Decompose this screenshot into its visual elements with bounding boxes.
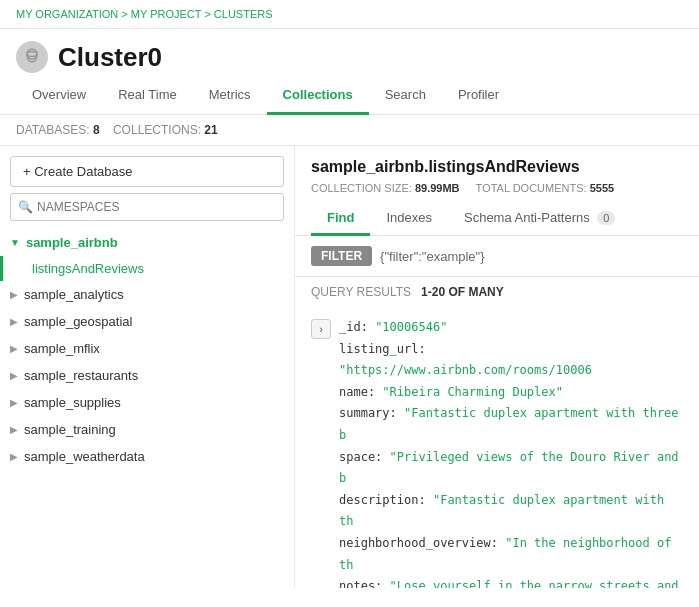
cluster-name: Cluster0 (58, 42, 162, 73)
col-tab-indexes[interactable]: Indexes (370, 202, 448, 236)
content-area: sample_airbnb.listingsAndReviews COLLECT… (295, 146, 699, 588)
breadcrumb-org[interactable]: MY ORGANIZATION (16, 8, 118, 20)
databases-label: DATABASES: (16, 123, 90, 137)
collections-count: 21 (204, 123, 217, 137)
sidebar: + Create Database 🔍 ▼ sample_airbnb list… (0, 146, 295, 588)
db-name-sample-mflix: sample_mflix (24, 341, 100, 356)
chevron-right-icon: ▶ (10, 343, 18, 354)
create-database-button[interactable]: + Create Database (10, 156, 284, 187)
chevron-right-icon: ▶ (10, 451, 18, 462)
collection-item-listingsandreviews[interactable]: listingsAndReviews (0, 256, 294, 281)
sidebar-search-wrap: 🔍 (10, 193, 284, 221)
breadcrumb-sep1: > (121, 8, 130, 20)
collections-label: COLLECTIONS: (113, 123, 201, 137)
breadcrumb: MY ORGANIZATION > MY PROJECT > CLUSTERS (0, 0, 699, 29)
db-item-sample-weatherdata[interactable]: ▶ sample_weatherdata (0, 443, 294, 470)
nav-tabs: Overview Real Time Metrics Collections S… (0, 77, 699, 115)
doc-description-line: description: "Fantastic duplex apartment… (339, 490, 683, 533)
db-item-sample-restaurants[interactable]: ▶ sample_restaurants (0, 362, 294, 389)
tab-realtime[interactable]: Real Time (102, 77, 193, 115)
chevron-right-icon: ▶ (10, 397, 18, 408)
db-item-sample-training[interactable]: ▶ sample_training (0, 416, 294, 443)
collection-docs-label: TOTAL DOCUMENTS: 5555 (476, 182, 615, 194)
doc-summary-line: summary: "Fantastic duplex apartment wit… (339, 403, 683, 446)
db-name-sample-training: sample_training (24, 422, 116, 437)
breadcrumb-project[interactable]: MY PROJECT (131, 8, 202, 20)
tab-overview[interactable]: Overview (16, 77, 102, 115)
collection-size-label: COLLECTION SIZE: 89.99MB (311, 182, 460, 194)
namespaces-search-input[interactable] (10, 193, 284, 221)
cluster-header: Cluster0 (0, 29, 699, 73)
chevron-right-icon: ▶ (10, 289, 18, 300)
filter-input[interactable]: {"filter":"example"} (380, 249, 683, 264)
query-results-label: QUERY RESULTS (311, 285, 411, 299)
chevron-right-icon: ▶ (10, 370, 18, 381)
doc-notes-line: notes: "Lose yourself in the narrow stre… (339, 576, 683, 588)
document-row: › _id: "10006546" listing_url: "https://… (311, 307, 683, 588)
db-item-sample-analytics[interactable]: ▶ sample_analytics (0, 281, 294, 308)
db-name-sample-geospatial: sample_geospatial (24, 314, 132, 329)
chevron-right-icon: ▶ (10, 316, 18, 327)
tab-collections[interactable]: Collections (267, 77, 369, 115)
db-name-sample-analytics: sample_analytics (24, 287, 124, 302)
document-content: _id: "10006546" listing_url: "https://ww… (339, 317, 683, 588)
col-tab-schema[interactable]: Schema Anti-Patterns 0 (448, 202, 631, 236)
doc-name-line: name: "Ribeira Charming Duplex" (339, 382, 683, 404)
query-results-header: QUERY RESULTS 1-20 OF MANY (295, 277, 699, 307)
db-item-sample-mflix[interactable]: ▶ sample_mflix (0, 335, 294, 362)
filter-bar: FILTER {"filter":"example"} (295, 236, 699, 277)
chevron-down-icon: ▼ (10, 237, 20, 248)
db-name-sample-restaurants: sample_restaurants (24, 368, 138, 383)
tab-search[interactable]: Search (369, 77, 442, 115)
collection-tabs: Find Indexes Schema Anti-Patterns 0 (311, 202, 683, 235)
doc-neighborhood-line: neighborhood_overview: "In the neighborh… (339, 533, 683, 576)
breadcrumb-cluster[interactable]: CLUSTERS (214, 8, 273, 20)
stats-bar: DATABASES: 8 COLLECTIONS: 21 (0, 115, 699, 146)
document-area: › _id: "10006546" listing_url: "https://… (295, 307, 699, 588)
doc-listing-url-line: listing_url: "https://www.airbnb.com/roo… (339, 339, 683, 382)
doc-expand-button[interactable]: › (311, 319, 331, 339)
doc-id-line: _id: "10006546" (339, 317, 683, 339)
databases-count: 8 (93, 123, 100, 137)
breadcrumb-sep2: > (204, 8, 213, 20)
db-item-sample-supplies[interactable]: ▶ sample_supplies (0, 389, 294, 416)
main-layout: + Create Database 🔍 ▼ sample_airbnb list… (0, 146, 699, 588)
svg-point-0 (27, 49, 37, 59)
collection-name-listingsandreviews: listingsAndReviews (32, 261, 144, 276)
svg-point-1 (27, 52, 37, 57)
tab-profiler[interactable]: Profiler (442, 77, 515, 115)
db-name-sample-weatherdata: sample_weatherdata (24, 449, 145, 464)
db-item-sample-airbnb[interactable]: ▼ sample_airbnb (0, 229, 294, 256)
collection-meta: COLLECTION SIZE: 89.99MB TOTAL DOCUMENTS… (311, 182, 683, 194)
db-name-sample-supplies: sample_supplies (24, 395, 121, 410)
collection-title: sample_airbnb.listingsAndReviews (311, 158, 683, 176)
cluster-icon (16, 41, 48, 73)
db-item-sample-geospatial[interactable]: ▶ sample_geospatial (0, 308, 294, 335)
db-name-sample-airbnb: sample_airbnb (26, 235, 118, 250)
tab-metrics[interactable]: Metrics (193, 77, 267, 115)
col-tab-find[interactable]: Find (311, 202, 370, 236)
filter-badge: FILTER (311, 246, 372, 266)
search-icon: 🔍 (18, 200, 33, 214)
doc-space-line: space: "Privileged views of the Douro Ri… (339, 447, 683, 490)
collection-header: sample_airbnb.listingsAndReviews COLLECT… (295, 146, 699, 236)
query-results-range: 1-20 OF MANY (421, 285, 504, 299)
chevron-right-icon: ▶ (10, 424, 18, 435)
schema-badge: 0 (597, 211, 615, 225)
